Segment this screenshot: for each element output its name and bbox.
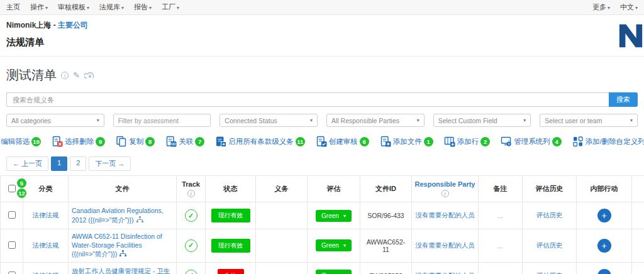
caret-down-icon: ▾	[149, 5, 152, 11]
track-toggle[interactable]: ✓	[185, 239, 197, 252]
top-navigation: 主页 操作▾ 审核模板▾ 法规库▾ 报告▾ 工厂▾ 更多▾ 中文▾	[0, 0, 644, 15]
select-delete-icon	[52, 136, 63, 147]
cut-column-cell	[632, 202, 644, 229]
edit-list-icon[interactable]: ✎	[73, 70, 80, 80]
table-header-row: 5 12 分类 文件 Tracki 状态 义务 评估 文件ID Responsi…	[1, 176, 644, 202]
assessment-history-link[interactable]: 评估历史	[536, 241, 563, 249]
document-link[interactable]: AWWA C652-11 Disinfection of Water-Stora…	[69, 229, 177, 263]
caret-down-icon: ▾	[343, 213, 346, 219]
header-assessment: 评估	[308, 176, 360, 202]
sitemap-icon[interactable]	[119, 251, 126, 258]
responsible-party-link[interactable]: 没有需要分配的人员	[415, 271, 475, 274]
assessment-dropdown[interactable]: Green▾	[316, 270, 352, 274]
doc-id-cell: ZWS97052	[360, 262, 412, 274]
add-internal-action-button[interactable]: +	[597, 209, 611, 222]
action-manage-system-columns[interactable]: 管理系统列 4	[501, 136, 562, 147]
page-2-button[interactable]: 2	[70, 156, 86, 171]
action-add-document[interactable]: 添加文件 1	[380, 136, 433, 147]
assessment-history-link[interactable]: 评估历史	[536, 211, 563, 219]
assessment-history-link[interactable]: 评估历史	[536, 271, 563, 274]
notes-cell[interactable]: ...	[497, 272, 503, 274]
info-icon[interactable]: i	[441, 190, 449, 197]
row-checkbox[interactable]	[8, 241, 16, 249]
document-link[interactable]: Canadian Aviation Regulations, 2012 ({(n…	[69, 202, 177, 229]
assessment-filter-input[interactable]	[113, 114, 211, 127]
category-link[interactable]: 法律法规	[33, 241, 59, 249]
info-icon[interactable]: i	[187, 190, 195, 197]
responsible-party-link[interactable]: 没有需要分配的人员	[415, 211, 475, 219]
prev-page-button[interactable]: ← 上一页	[6, 156, 48, 171]
action-link[interactable]: 关联 7	[165, 136, 204, 147]
cut-column-cell	[632, 229, 644, 263]
nav-home[interactable]: 主页	[6, 3, 20, 12]
nav-language[interactable]: 中文▾	[620, 3, 638, 12]
track-toggle[interactable]: ✓	[185, 209, 197, 222]
categories-filter-select[interactable]: All categories▾	[6, 114, 104, 127]
search-button[interactable]: 搜索	[609, 92, 638, 107]
annotation-badge: 12	[17, 189, 26, 198]
nav-operations[interactable]: 操作▾	[30, 3, 48, 12]
assessment-dropdown[interactable]: Green▾	[316, 210, 352, 222]
header-responsible-party: Responsible Partyi	[412, 176, 479, 202]
caret-down-icon: ▾	[97, 118, 99, 123]
caret-down-icon: ▾	[310, 118, 313, 123]
nav-audit-templates[interactable]: 审核模板▾	[58, 3, 89, 12]
breadcrumb-separator: -	[53, 21, 56, 30]
action-create-audit[interactable]: 创建审核 6	[316, 136, 369, 147]
info-icon[interactable]: i	[61, 72, 69, 79]
page-header: Nimonik上海 - 主要公司 法规清单	[0, 15, 644, 57]
notes-cell[interactable]: ...	[497, 212, 503, 219]
category-link[interactable]: 法律法规	[33, 271, 59, 274]
table-row: 法律法规 放射工作人员健康管理规定 - 卫生部令第52号 ({(nil=>"简介…	[1, 262, 644, 274]
doc-id-cell: SOR/96-433	[360, 202, 412, 229]
responsible-parties-select[interactable]: All Responsible Parties▾	[326, 114, 425, 127]
sitemap-icon[interactable]	[136, 217, 143, 224]
assessment-dropdown[interactable]: Green▾	[316, 239, 352, 251]
obligation-cell	[256, 202, 308, 229]
header-category: 分类	[23, 176, 69, 202]
add-internal-action-button[interactable]: +	[597, 239, 611, 253]
row-checkbox[interactable]	[8, 271, 16, 274]
action-edit-filter[interactable]: 编辑筛选 10	[0, 136, 41, 147]
add-row-icon	[444, 136, 455, 147]
caret-down-icon: ▾	[635, 5, 638, 11]
obligation-cell	[256, 229, 308, 263]
row-checkbox[interactable]	[8, 211, 16, 219]
link-icon	[165, 136, 177, 147]
search-input[interactable]	[6, 92, 609, 107]
nav-more[interactable]: 更多▾	[592, 3, 610, 12]
header-obligation: 义务	[256, 176, 308, 202]
obligation-cell	[256, 262, 308, 274]
main-company-link[interactable]: 主要公司	[58, 21, 88, 30]
nav-factory[interactable]: 工厂▾	[162, 3, 179, 12]
nav-reports[interactable]: 报告▾	[134, 3, 152, 12]
custom-field-select[interactable]: Select Custom Field▾	[433, 114, 531, 127]
caret-down-icon: ▾	[45, 5, 48, 11]
status-badge: 现行有效	[211, 239, 250, 253]
action-copy[interactable]: 复制 8	[116, 136, 155, 147]
caret-down-icon: ▾	[87, 5, 89, 11]
next-page-button[interactable]: 下一页 →	[89, 156, 131, 171]
header-track: Tracki	[177, 176, 206, 202]
action-select-delete[interactable]: 选择删除 9	[52, 136, 105, 147]
notes-cell[interactable]: ...	[497, 242, 503, 249]
add-internal-action-button[interactable]: +	[597, 269, 611, 274]
nav-regulations-library[interactable]: 法规库▾	[99, 3, 124, 12]
page-title: 法规清单	[6, 36, 638, 48]
page-1-button[interactable]: 1	[51, 156, 67, 171]
user-or-team-select[interactable]: Select user or team▾	[540, 114, 638, 127]
caret-down-icon: ▾	[417, 118, 419, 123]
select-all-checkbox[interactable]	[8, 185, 16, 192]
cloud-download-icon[interactable]	[84, 71, 96, 79]
action-custom-columns[interactable]: 添加/删除自定义列 3	[572, 136, 644, 147]
annotation-badge: 9	[96, 137, 105, 146]
connected-status-select[interactable]: Connected Status▾	[219, 114, 318, 127]
annotation-badge: 4	[552, 137, 562, 146]
document-link[interactable]: 放射工作人员健康管理规定 - 卫生部令第52号 ({(nil=>"简介")})	[69, 262, 177, 274]
category-link[interactable]: 法律法规	[33, 211, 59, 219]
action-add-row[interactable]: 添加行 2	[444, 136, 491, 147]
action-enable-all-clause-obligations[interactable]: 启用所有条款级义务 11	[215, 136, 305, 147]
table-row: 法律法规 Canadian Aviation Regulations, 2012…	[1, 202, 644, 229]
responsible-party-link[interactable]: 没有需要分配的人员	[415, 241, 475, 249]
track-toggle[interactable]: ✓	[185, 270, 197, 274]
